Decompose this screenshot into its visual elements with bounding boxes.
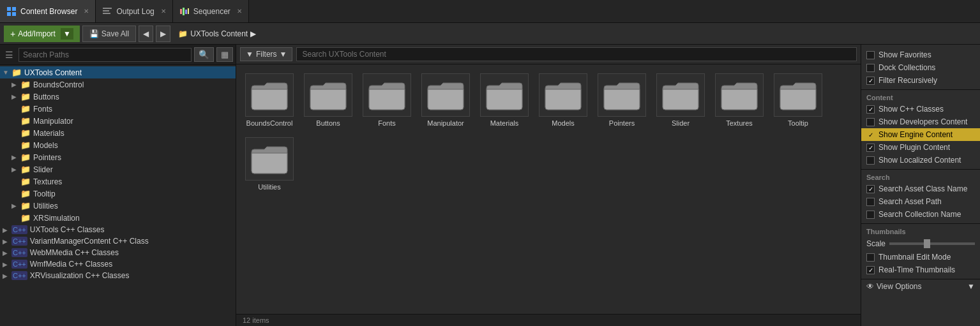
real-time-thumbnails-checkbox[interactable] (866, 266, 875, 274)
thumbnail-edit-mode-checkbox[interactable] (866, 253, 875, 262)
search-asset-class-name-checkbox[interactable] (866, 185, 875, 193)
search-paths-button[interactable]: 🔍 (194, 47, 214, 62)
save-all-button[interactable]: 💾 Save All (82, 26, 136, 42)
show-developers-content-checkbox[interactable] (866, 118, 875, 126)
tree-item-materials[interactable]: 📁 Materials (0, 127, 236, 139)
tab-content-browser[interactable]: Content Browser ✕ (0, 0, 96, 22)
folder-item-manipulator[interactable]: Manipulator (419, 71, 472, 130)
view-options-row[interactable]: 👁 View Options ▼ (861, 279, 980, 293)
tree-item-textures[interactable]: 📁 Textures (0, 175, 236, 188)
folder-thumbnail (539, 73, 587, 117)
folder-item-boundscontrol[interactable]: BoundsControl (243, 71, 296, 130)
tab-output-log-close[interactable]: ✕ (161, 8, 166, 15)
tree-item-fonts[interactable]: 📁 Fonts (0, 103, 236, 115)
show-localized-content-checkbox[interactable] (866, 156, 875, 165)
show-plugin-content-checkbox[interactable] (866, 144, 875, 152)
folder-item-tooltip[interactable]: Tooltip (771, 71, 825, 130)
show-developers-content-label: Show Developers Content (878, 117, 967, 126)
status-bar: 12 items (236, 314, 861, 326)
tree-item-boundscontrol[interactable]: ▶ 📁 BoundsControl (0, 78, 236, 91)
view-options-dropdown-icon: ▼ (967, 282, 975, 291)
scale-slider[interactable] (889, 242, 975, 245)
show-favorites-checkbox[interactable] (866, 51, 875, 59)
tree-item-label: Models (33, 141, 233, 150)
folder-item-fonts[interactable]: Fonts (360, 71, 414, 130)
tab-sequencer-close[interactable]: ✕ (237, 8, 242, 15)
option-show-localized-content[interactable]: Show Localized Content (861, 154, 980, 167)
tree-item-slider[interactable]: ▶ 📁 Slider (0, 163, 236, 175)
expand-icon: ▶ (11, 81, 20, 88)
option-show-engine-content[interactable]: Show Engine Content (861, 128, 980, 141)
tab-bar: Content Browser ✕ Output Log ✕ Sequencer… (0, 0, 980, 23)
option-thumbnail-edit-mode[interactable]: Thumbnail Edit Mode (861, 251, 980, 263)
tree-item-wmfmedia-cpp[interactable]: ▶ C++ WmfMedia C++ Classes (0, 258, 236, 270)
option-show-cpp-classes[interactable]: Show C++ Classes (861, 103, 980, 115)
search-paths-input[interactable] (19, 48, 192, 62)
expand-icon: ▶ (11, 93, 20, 100)
folder-item-materials[interactable]: Materials (478, 71, 531, 130)
option-real-time-thumbnails[interactable]: Real-Time Thumbnails (861, 263, 980, 276)
collapse-button[interactable]: ☰ (3, 48, 16, 61)
nav-back-button[interactable]: ◀ (139, 26, 153, 42)
tree-item-xrsimulation[interactable]: 📁 XRSimulation (0, 212, 236, 224)
save-all-label: Save All (102, 29, 129, 38)
option-search-asset-class-name[interactable]: Search Asset Class Name (861, 182, 980, 195)
folder-svg-icon (250, 78, 289, 112)
tree-item-tooltip[interactable]: 📁 Tooltip (0, 188, 236, 200)
tree-item-variantmanager-cpp[interactable]: ▶ C++ VariantManagerContent C++ Class (0, 235, 236, 247)
option-search-collection-name[interactable]: Search Collection Name (861, 208, 980, 221)
breadcrumb-label[interactable]: UXTools Content (190, 29, 248, 38)
thumbnails-section-header: Thumbnails (861, 223, 980, 237)
option-search-asset-path[interactable]: Search Asset Path (861, 195, 980, 208)
folder-thumbnail (480, 73, 529, 117)
add-import-dropdown-icon[interactable]: ▼ (61, 28, 73, 40)
tree-item-webmmedia-cpp[interactable]: ▶ C++ WebMMedia C++ Classes (0, 247, 236, 258)
folder-icon: 📁 (20, 201, 31, 211)
folder-svg-icon (544, 78, 582, 112)
show-cpp-classes-checkbox[interactable] (866, 105, 875, 114)
folder-item-utilities[interactable]: Utilities (243, 135, 296, 193)
scale-label: Scale (866, 239, 886, 248)
nav-forward-button[interactable]: ▶ (156, 26, 170, 42)
folder-thumbnail (304, 73, 352, 117)
tree-item-uxtools-cpp[interactable]: ▶ C++ UXTools C++ Classes (0, 224, 236, 235)
folder-svg-icon (661, 78, 700, 112)
folder-item-models[interactable]: Models (536, 71, 590, 130)
tree-item-pointers[interactable]: ▶ 📁 Pointers (0, 151, 236, 163)
folder-item-buttons[interactable]: Buttons (301, 71, 355, 130)
tab-sequencer[interactable]: Sequencer ✕ (173, 0, 249, 22)
option-show-favorites[interactable]: Show Favorites (861, 48, 980, 61)
folder-item-textures[interactable]: Textures (712, 71, 766, 130)
tree-item-buttons[interactable]: ▶ 📁 Buttons (0, 91, 236, 103)
scale-slider-thumb[interactable] (924, 239, 930, 248)
tab-sequencer-label: Sequencer (193, 7, 230, 16)
tab-output-log[interactable]: Output Log ✕ (96, 0, 172, 22)
folder-item-pointers[interactable]: Pointers (595, 71, 649, 130)
show-engine-content-checkbox[interactable] (866, 131, 875, 139)
tree-item-xrvisualization-cpp[interactable]: ▶ C++ XRVisualization C++ Classes (0, 270, 236, 281)
option-filter-recursively[interactable]: Filter Recursively (861, 74, 980, 87)
add-import-button[interactable]: + Add/Import ▼ (4, 26, 80, 42)
main-layout: ☰ 🔍 ▦ ▼ 📁 UXTools Content ▶ 📁 BoundsCont… (0, 45, 980, 326)
folder-item-slider[interactable]: Slider (654, 71, 707, 130)
log-icon (102, 6, 112, 17)
tree-item-models[interactable]: 📁 Models (0, 139, 236, 151)
folder-thumbnail (656, 73, 705, 117)
filters-button[interactable]: ▼ Filters ▼ (240, 47, 292, 61)
tree-item-uxtools-content[interactable]: ▼ 📁 UXTools Content (0, 66, 236, 78)
content-search-input[interactable] (296, 47, 857, 61)
tree-item-utilities[interactable]: ▶ 📁 Utilities (0, 200, 236, 212)
dock-collections-checkbox[interactable] (866, 64, 875, 72)
tree-item-label: WmfMedia C++ Classes (30, 260, 233, 269)
view-options-button[interactable]: ▦ (216, 47, 233, 62)
tree-item-manipulator[interactable]: 📁 Manipulator (0, 115, 236, 127)
option-show-developers-content[interactable]: Show Developers Content (861, 115, 980, 128)
search-asset-path-checkbox[interactable] (866, 198, 875, 206)
right-panel: Show Favorites Dock Collections Filter R… (861, 45, 980, 326)
search-collection-name-checkbox[interactable] (866, 211, 875, 219)
option-dock-collections[interactable]: Dock Collections (861, 61, 980, 74)
tree-item-label: Slider (33, 165, 233, 174)
tab-content-browser-close[interactable]: ✕ (84, 8, 89, 15)
filter-recursively-checkbox[interactable] (866, 77, 875, 85)
option-show-plugin-content[interactable]: Show Plugin Content (861, 141, 980, 154)
